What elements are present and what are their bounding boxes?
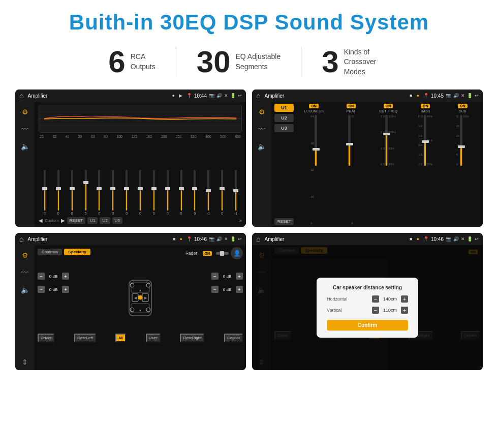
eq-reset-btn[interactable]: RESET — [67, 217, 86, 224]
cutfreq-slider-area: 3.0 2.1 1.3 0.5 — [381, 115, 396, 225]
right-bot-value: 0 dB — [220, 287, 234, 292]
eq-slider-14[interactable]: -1 — [230, 170, 242, 215]
slider-fill-8 — [153, 190, 154, 211]
eq-next-btn[interactable]: ▶ — [61, 218, 65, 223]
eq-u1-btn[interactable]: U1 — [87, 217, 98, 224]
channel-phat: ON PHAT G F — [334, 104, 368, 225]
x-icon: ✕ — [224, 93, 228, 99]
eq-u2-btn[interactable]: U2 — [100, 217, 110, 224]
horizontal-plus[interactable]: + — [401, 295, 408, 303]
battery-icon: 🔋 — [230, 93, 236, 99]
loudness-slider[interactable] — [315, 115, 317, 166]
fader-screen-body: ⚙ 〰 🔈 ⇕ Common Specialty Fader ON — [15, 245, 246, 370]
eq-slider-6[interactable]: 0 — [120, 170, 133, 215]
phat-slider[interactable] — [348, 115, 351, 166]
svg-point-7 — [130, 283, 134, 287]
rearleft-btn[interactable]: RearLeft — [74, 334, 96, 342]
slider-value-10: 0 — [180, 212, 182, 215]
eq-slider-9[interactable]: 0 — [162, 170, 174, 215]
right-bot-plus[interactable]: + — [236, 286, 243, 293]
tab-common[interactable]: Common — [38, 249, 62, 255]
slider-thumb-7 — [138, 187, 143, 190]
eq-slider-5[interactable]: 0 — [107, 170, 119, 215]
sidebar-crossover-speaker[interactable]: 🔈 — [258, 142, 266, 151]
vertical-plus[interactable]: + — [401, 307, 408, 314]
user-btn[interactable]: User — [146, 334, 161, 342]
camera-icon-3: 📷 — [209, 236, 214, 242]
sidebar-wave-icon[interactable]: 〰 — [21, 125, 28, 133]
eq-slider-4[interactable]: 0 — [93, 170, 105, 215]
slider-value-2: 0 — [71, 212, 73, 215]
back-icon[interactable]: ↩ — [238, 93, 242, 99]
sidebar-crossover-wave[interactable]: 〰 — [258, 125, 265, 133]
eq-prev-btn[interactable]: ◀ — [39, 218, 43, 223]
slider-thumb-5 — [110, 187, 115, 190]
u3-btn[interactable]: U3 — [274, 124, 294, 132]
vertical-minus[interactable]: − — [372, 307, 379, 314]
rearright-btn[interactable]: RearRight — [180, 334, 204, 342]
bass-slider[interactable] — [424, 115, 426, 166]
u1-btn[interactable]: U1 — [274, 104, 294, 112]
eq-slider-3[interactable]: 5 — [80, 170, 92, 215]
left-top-minus[interactable]: − — [38, 273, 45, 280]
eq-slider-11[interactable]: 0 — [189, 170, 201, 215]
slider-value-0: 0 — [44, 212, 46, 215]
home-icon[interactable]: ⌂ — [19, 92, 23, 100]
eq-preset-label: Custom — [45, 218, 59, 223]
u2-btn[interactable]: U2 — [274, 114, 294, 122]
eq-slider-10[interactable]: 0 — [175, 170, 188, 215]
slider-value-6: 0 — [126, 212, 128, 215]
phat-labels: G F — [351, 115, 354, 225]
sidebar-fader-arrows[interactable]: ⇕ — [22, 358, 28, 366]
home-icon-2[interactable]: ⌂ — [256, 92, 260, 100]
cutfreq-slider[interactable] — [385, 115, 388, 166]
home-icon-3[interactable]: ⌂ — [19, 235, 23, 243]
sidebar-crossover-icon[interactable]: ⚙ — [259, 108, 265, 116]
eq-slider-13[interactable]: 0 — [216, 170, 228, 215]
back-icon-2[interactable]: ↩ — [475, 93, 479, 99]
eq-slider-12[interactable]: -1 — [202, 170, 214, 215]
all-btn[interactable]: All — [115, 334, 126, 342]
eq-u3-btn[interactable]: U3 — [112, 217, 122, 224]
home-icon-4[interactable]: ⌂ — [256, 235, 260, 243]
fader-horiz-track[interactable] — [216, 252, 229, 255]
eq-slider-8[interactable]: 0 — [148, 170, 160, 215]
eq-slider-2[interactable]: 0 — [66, 170, 78, 215]
battery-icon-3: 🔋 — [230, 236, 236, 242]
eq-slider-7[interactable]: 0 — [134, 170, 146, 215]
eq-slider-0[interactable]: 0 — [39, 170, 51, 215]
sidebar-fader-speaker[interactable]: 🔈 — [21, 286, 29, 294]
copilot-btn[interactable]: Copilot — [224, 334, 243, 342]
expand-icon[interactable]: » — [239, 218, 242, 223]
stat-label-crossover: Kinds of Crossover Modes — [344, 47, 390, 77]
sidebar-speaker-icon[interactable]: 🔈 — [21, 142, 29, 151]
sidebar-fader-icon[interactable]: ⚙ — [22, 251, 28, 259]
horizontal-minus[interactable]: − — [372, 295, 379, 303]
left-top-plus[interactable]: + — [62, 273, 69, 280]
confirm-button[interactable]: Confirm — [327, 320, 408, 331]
dialog-box: Car speaker distance setting Horizontal … — [317, 278, 418, 338]
fader-on-toggle[interactable]: ON — [203, 251, 212, 256]
eq-bottom-controls[interactable]: ◀ Custom ▶ RESET U1 U2 U3 » — [39, 217, 242, 224]
sidebar-fader-wave[interactable]: 〰 — [21, 268, 28, 277]
right-top-minus[interactable]: − — [211, 273, 219, 280]
right-bot-minus[interactable]: − — [211, 286, 219, 293]
tab-specialty[interactable]: Specialty — [64, 249, 90, 255]
fader-horiz-thumb — [220, 251, 224, 256]
right-top-plus[interactable]: + — [236, 273, 243, 280]
sidebar-eq-icon[interactable]: ⚙ — [22, 108, 28, 116]
svg-point-8 — [146, 283, 150, 287]
left-bot-plus[interactable]: + — [62, 286, 69, 293]
stat-rca: 6 RCA Outputs — [88, 47, 176, 77]
dot-icon-3b: ● — [180, 236, 182, 242]
fader-tabs[interactable]: Common Specialty — [38, 249, 90, 255]
crossover-screen: ⌂ Amplifier ■ ● 📍 10:45 📷 🔊 ✕ 🔋 ↩ ⚙ 〰 — [252, 89, 483, 227]
sub-slider[interactable] — [460, 115, 462, 166]
slider-thumb-9 — [165, 187, 170, 190]
left-bot-minus[interactable]: − — [38, 286, 45, 293]
eq-slider-1[interactable]: 0 — [52, 170, 65, 215]
back-icon-3[interactable]: ↩ — [238, 236, 242, 242]
back-icon-4[interactable]: ↩ — [475, 236, 479, 242]
crossover-reset-btn[interactable]: RESET — [274, 218, 294, 225]
driver-btn[interactable]: Driver — [38, 334, 54, 342]
